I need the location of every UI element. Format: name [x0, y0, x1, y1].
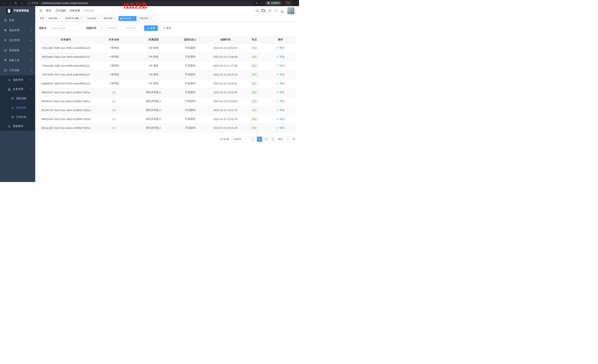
- approve-label: 审批: [280, 64, 284, 67]
- status-badge: 激活: [250, 90, 258, 94]
- tools-icon: ⚒: [4, 59, 7, 62]
- reload-icon[interactable]: ↻: [14, 1, 18, 5]
- browser-menu-icon[interactable]: ⋮: [294, 1, 297, 5]
- sidebar-collapse-icon[interactable]: [38, 9, 43, 12]
- tab[interactable]: 已办任务 ×: [85, 16, 101, 21]
- todo-table: 任务编号 任务名称 所属流程 流程发起人 创建时间 状态 操作 73211d9d…: [39, 36, 295, 133]
- table-row: 8f059c03-7ac8-11ec-a9e2-a2380e71991a 1.1…: [39, 97, 295, 106]
- process-name-input[interactable]: [49, 25, 82, 31]
- breadcrumb-home[interactable]: 首页: [46, 9, 51, 12]
- password-key-icon[interactable]: [256, 2, 259, 5]
- page-button-2[interactable]: 2: [264, 137, 269, 142]
- tab-close-icon[interactable]: ×: [149, 17, 151, 20]
- approve-link[interactable]: 审批: [276, 117, 284, 121]
- breadcrumb-workflow[interactable]: 工作流程: [55, 9, 66, 12]
- page-button-1[interactable]: 1: [257, 137, 262, 142]
- github-icon[interactable]: [260, 8, 266, 14]
- cell-actions: 审批: [266, 43, 295, 52]
- goto-page: 前往 页: [278, 137, 295, 142]
- approve-link[interactable]: 审批: [276, 55, 284, 58]
- sidebar-item-done-tasks[interactable]: 已办任务: [0, 112, 35, 122]
- cell-status: 激活: [243, 70, 266, 79]
- approve-link[interactable]: 审批: [276, 82, 284, 85]
- tab[interactable]: 流程表单-编辑 ×: [63, 16, 84, 21]
- sidebar-item-label: 请假查询: [13, 125, 23, 128]
- tab-close-icon[interactable]: ×: [132, 17, 135, 20]
- tab-close-icon[interactable]: ×: [97, 17, 99, 20]
- cell-created: 2022-01-22 23:53:32: [208, 43, 243, 52]
- page-size-select[interactable]: 10条/页: [231, 137, 249, 142]
- sidebar-item-home[interactable]: 首页: [0, 15, 35, 25]
- approve-label: 审批: [280, 55, 284, 58]
- home-icon[interactable]: ⌂: [20, 1, 24, 5]
- tab[interactable]: 发起流程 ×: [47, 16, 62, 21]
- sidebar-item-task-management[interactable]: 任务管理: [0, 85, 35, 94]
- approve-link[interactable]: 审批: [276, 100, 284, 103]
- update-browser-button[interactable]: 更新: [284, 1, 292, 5]
- col-process: 所属流程: [135, 36, 172, 43]
- edit-icon: [276, 82, 279, 85]
- avatar[interactable]: [287, 7, 294, 14]
- approve-link[interactable]: 审批: [276, 108, 284, 112]
- sidebar-item-my-process[interactable]: 我的流程: [0, 94, 35, 103]
- next-page-button[interactable]: [270, 137, 275, 142]
- approve-link[interactable]: 审批: [276, 73, 284, 76]
- approve-link[interactable]: 审批: [276, 91, 284, 94]
- app-logo[interactable]: 芋道管理系统: [0, 6, 35, 15]
- date-range-picker[interactable]: 开始日期 - 结束日期: [99, 25, 141, 31]
- navbar: 首页 / 工作流程 / 任务管理 / 待办任务 ?: [35, 6, 299, 15]
- sidebar-item-todo-tasks[interactable]: 待办任务: [0, 103, 35, 112]
- breadcrumb: 首页 / 工作流程 / 任务管理 / 待办任务: [46, 9, 94, 12]
- help-icon[interactable]: ?: [266, 8, 273, 14]
- tab-close-icon[interactable]: ×: [80, 17, 83, 20]
- cell-task-id: 580e1b3d-7ac8-11ec-a9e2-a2380e71991a: [39, 115, 93, 123]
- reset-button[interactable]: 重置: [160, 25, 174, 31]
- tab[interactable]: 待办任务 ×: [119, 16, 137, 21]
- sidebar-item-system[interactable]: ⚙ 系统管理: [0, 25, 35, 35]
- chevron-down-icon: [30, 29, 32, 32]
- approve-link[interactable]: 审批: [276, 64, 284, 67]
- table-row: a6aba0a4-7b6d-11ec-b781-acde48001122 一级审…: [39, 79, 295, 88]
- tab[interactable]: 我的流程 ×: [102, 16, 118, 21]
- cell-actions: 审批: [266, 97, 295, 106]
- goto-page-input[interactable]: [284, 137, 291, 142]
- start-date-placeholder: 开始日期: [103, 26, 121, 30]
- bookmark-star-icon[interactable]: ☆: [261, 1, 263, 5]
- search-icon[interactable]: [254, 8, 260, 14]
- cell-initiator: 芋道源码: [172, 79, 208, 88]
- sidebar-item-payment[interactable]: ¥ 支付管理: [0, 35, 35, 45]
- sidebar-item-leave-query[interactable]: 请假查询: [0, 122, 35, 131]
- approve-link[interactable]: 审批: [276, 46, 284, 50]
- cell-task-id: 58154733-7ac8-11ec-a9e2-a2380e71991a: [39, 106, 93, 115]
- font-size-icon[interactable]: TT: [279, 8, 285, 14]
- cell-process: OA 请假: [135, 70, 172, 79]
- sidebar-item-devtools[interactable]: ⚒ 研发工具: [0, 55, 35, 65]
- tab-close-icon[interactable]: ×: [113, 17, 116, 20]
- sidebar-item-infrastructure[interactable]: 基础设施: [0, 45, 35, 55]
- sidebar-item-workflow[interactable]: 工作流程: [0, 65, 35, 75]
- tab[interactable]: 流程详情 ×: [137, 16, 153, 21]
- user-menu[interactable]: ▾: [287, 7, 296, 14]
- tab-label: 流程表单-编辑: [65, 17, 79, 20]
- back-icon[interactable]: ←: [2, 1, 6, 5]
- sidebar-item-label: 系统管理: [9, 29, 19, 32]
- url-bar[interactable]: ⚠ 不安全 dashboard.yudao.iocoder.cn/bpm/tas…: [26, 1, 253, 5]
- approve-link[interactable]: 审批: [276, 126, 284, 129]
- status-badge: 激活: [250, 117, 258, 121]
- gear-icon: ⚙: [4, 29, 7, 32]
- tab[interactable]: 首页: [38, 16, 46, 21]
- sidebar-item-process-management[interactable]: 流程管理: [0, 75, 35, 85]
- tab-label: 流程详情: [139, 17, 148, 20]
- table-row: 8f0d1619-7ac8-11ec-a9e2-a2380e71991a 1.2…: [39, 88, 295, 97]
- search-button[interactable]: 搜索: [144, 25, 158, 31]
- prev-page-button[interactable]: [250, 137, 256, 142]
- goto-label: 前往: [278, 138, 283, 141]
- cell-task-id: 73211d9d-7b9b-11ec-b5b7-acde48001122: [39, 43, 93, 52]
- tab-close-icon[interactable]: ×: [58, 17, 61, 20]
- breadcrumb-task-management[interactable]: 任务管理: [70, 9, 80, 12]
- fullscreen-icon[interactable]: [273, 8, 279, 14]
- forward-icon[interactable]: →: [8, 1, 12, 5]
- logo-image: [6, 8, 12, 14]
- security-warning-icon[interactable]: ⚠: [29, 2, 31, 4]
- cell-task-name: 一级审批: [93, 79, 135, 88]
